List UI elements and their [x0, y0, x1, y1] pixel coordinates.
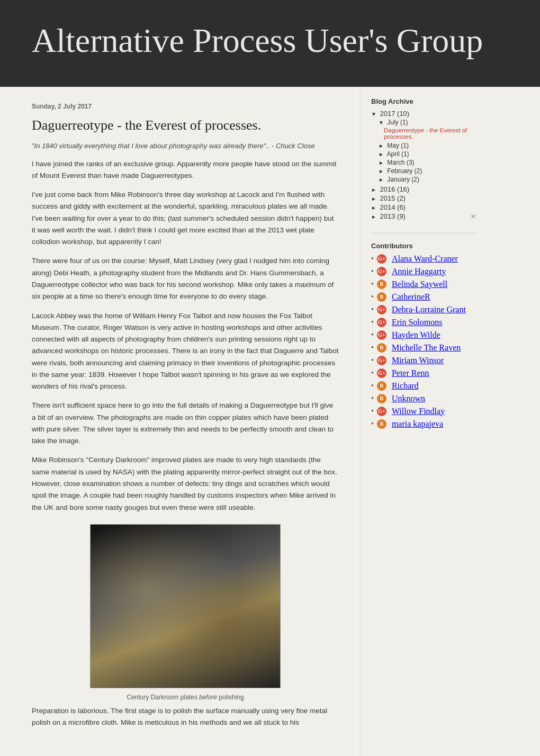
triangle-right-icon-february: ► [379, 168, 384, 174]
archive-year-link-2016[interactable]: 2016 (16) [380, 185, 410, 193]
contributor-avatar: G+ [377, 305, 386, 314]
contributor-link[interactable]: Willow Findlay [392, 407, 445, 416]
archive-month-link-march[interactable]: March (3) [387, 159, 414, 166]
contributor-avatar: G+ [377, 254, 386, 264]
blog-archive: Blog Archive ▼ 2017 (10) ▼ July (1) Dagu… [371, 97, 476, 220]
contributor-avatar: G+ [377, 267, 386, 276]
triangle-right-icon-january: ► [379, 177, 384, 183]
contributor-link[interactable]: Erin Solomons [392, 318, 443, 327]
content-wrapper: Sunday, 2 July 2017 Daguerreotype - the … [0, 87, 540, 756]
post-paragraph: I've just come back from Mike Robinson's… [32, 189, 339, 248]
archive-post-daguerreotype[interactable]: Daguerreotype - the Everest of processes… [371, 127, 476, 140]
contributor-link[interactable]: Hayden Wilde [392, 330, 440, 340]
contributor-item: •BMichelle The Raven [371, 343, 476, 353]
contributor-link[interactable]: maria kapajeva [392, 419, 443, 429]
contributor-bullet: • [371, 318, 374, 327]
contributor-item: •G+Miriam Winsor [371, 356, 476, 365]
site-title: Alternative Process User's Group [32, 21, 508, 60]
post-image [90, 524, 281, 688]
contributor-bullet: • [371, 305, 374, 314]
contributor-link[interactable]: CatherineR [392, 292, 430, 302]
contributor-item: •G+Alana Ward-Craner [371, 254, 476, 264]
contributor-item: •G+Debra-Lorraine Grant [371, 305, 476, 314]
contributors-section: Contributors •G+Alana Ward-Craner•G+Anni… [371, 242, 476, 429]
contributor-avatar: B [377, 292, 386, 302]
archive-month-link-january[interactable]: January (2) [387, 176, 419, 183]
contributor-item: •G+Erin Solomons [371, 318, 476, 327]
archive-year-2016[interactable]: ► 2016 (16) [371, 185, 476, 193]
contributor-item: •BRichard [371, 381, 476, 391]
contributor-avatar: B [377, 343, 386, 353]
contributor-bullet: • [371, 255, 374, 263]
contributor-link[interactable]: Miriam Winsor [392, 356, 444, 365]
archive-month-link-may[interactable]: May (1) [387, 142, 409, 149]
archive-month-april-2017[interactable]: ► April (1) [371, 150, 476, 158]
archive-month-july-2017[interactable]: ▼ July (1) [371, 119, 476, 126]
archive-year-2017[interactable]: ▼ 2017 (10) [371, 110, 476, 118]
archive-year-link-2017[interactable]: 2017 (10) [380, 110, 410, 118]
archive-month-link-april[interactable]: April (1) [387, 150, 409, 158]
contributor-avatar: G+ [377, 368, 386, 378]
triangle-right-icon-april: ► [379, 151, 384, 157]
post-after-image-text: Preparation is laborious. The first stag… [32, 705, 339, 729]
contributor-link[interactable]: Belinda Saywell [392, 280, 447, 289]
archive-month-link-july[interactable]: July (1) [387, 119, 408, 126]
archive-month-march-2017[interactable]: ► March (3) [371, 159, 476, 166]
contributor-link[interactable]: Annie Haggarty [392, 267, 446, 276]
triangle-right-icon-may: ► [379, 143, 384, 149]
archive-post-link-daguerreotype[interactable]: Daguerreotype - the Everest of processes… [384, 127, 467, 140]
archive-year-link-2013[interactable]: 2013 (9) [380, 212, 406, 220]
contributor-avatar: G+ [377, 318, 386, 327]
contributor-item: •G+Willow Findlay [371, 407, 476, 416]
archive-year-link-2014[interactable]: 2014 (6) [380, 203, 406, 211]
archive-month-may-2017[interactable]: ► May (1) [371, 142, 476, 149]
post-body: I have joined the ranks of an exclusive … [32, 158, 339, 514]
post-paragraph: Lacock Abbey was the home of William Hen… [32, 310, 339, 393]
post-after-image: Preparation is laborious. The first stag… [32, 705, 339, 729]
site-header: Alternative Process User's Group [0, 0, 540, 87]
archive-year-link-2015[interactable]: 2015 (2) [380, 194, 406, 202]
contributor-bullet: • [371, 331, 374, 339]
contributor-link[interactable]: Peter Renn [392, 368, 429, 378]
archive-year-2013[interactable]: ► 2013 (9) ✕ [371, 212, 476, 220]
triangle-right-icon-2013: ► [371, 214, 376, 220]
post-paragraph: There were four of us on the course: Mys… [32, 255, 339, 302]
contributor-bullet: • [371, 407, 374, 416]
archive-year-2015[interactable]: ► 2015 (2) [371, 194, 476, 202]
contributor-bullet: • [371, 344, 374, 352]
contributor-bullet: • [371, 369, 374, 377]
archive-title: Blog Archive [371, 97, 476, 105]
post-paragraph: Mike Robinson's "Century Darkroom" impro… [32, 454, 339, 513]
contributor-avatar: B [377, 280, 386, 289]
contributor-link[interactable]: Michelle The Raven [392, 343, 461, 353]
main-content: Sunday, 2 July 2017 Daguerreotype - the … [0, 87, 360, 756]
triangle-right-icon-2016: ► [371, 187, 376, 193]
triangle-right-icon-march: ► [379, 160, 384, 166]
contributor-link[interactable]: Richard [392, 381, 419, 391]
contributor-item: •G+Annie Haggarty [371, 267, 476, 276]
contributor-link[interactable]: Debra-Lorraine Grant [392, 305, 466, 314]
post-image-container: Century Darkroom plates before polishing [32, 524, 339, 701]
contributor-item: •G+Peter Renn [371, 368, 476, 378]
archive-month-link-february[interactable]: February (2) [387, 167, 422, 175]
post-date: Sunday, 2 July 2017 [32, 103, 339, 110]
archive-month-january-2017[interactable]: ► January (2) [371, 176, 476, 183]
contributor-link[interactable]: Unknown [392, 394, 425, 403]
triangle-right-icon-2015: ► [371, 196, 376, 202]
contributor-bullet: • [371, 394, 374, 403]
contributor-bullet: • [371, 280, 374, 289]
archive-year-2014[interactable]: ► 2014 (6) [371, 203, 476, 211]
contributor-avatar: G+ [377, 356, 386, 365]
contributor-bullet: • [371, 420, 374, 428]
contributors-title: Contributors [371, 242, 476, 250]
contributor-bullet: • [371, 382, 374, 390]
contributors-list: •G+Alana Ward-Craner•G+Annie Haggarty•BB… [371, 254, 476, 429]
contributor-avatar: G+ [377, 330, 386, 340]
triangle-down-icon-july: ▼ [379, 120, 384, 125]
contributor-link[interactable]: Alana Ward-Craner [392, 254, 458, 264]
archive-month-february-2017[interactable]: ► February (2) [371, 167, 476, 175]
close-archive-icon[interactable]: ✕ [470, 212, 476, 221]
post-paragraph: There isn't sufficient space here to go … [32, 400, 339, 447]
contributor-bullet: • [371, 267, 374, 276]
image-caption: Century Darkroom plates before polishing [32, 694, 339, 701]
